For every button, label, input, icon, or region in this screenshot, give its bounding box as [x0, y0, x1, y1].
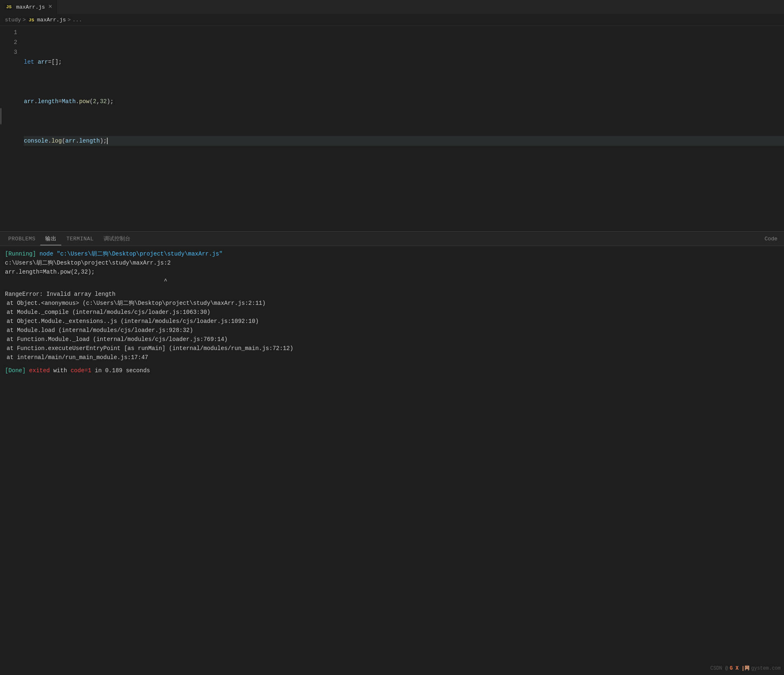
- text-cursor: [107, 138, 108, 144]
- done-seconds: seconds: [126, 367, 150, 374]
- tab-maxarr[interactable]: JS maxArr.js ×: [0, 0, 58, 14]
- math-obj: Math: [62, 97, 76, 106]
- file-path-line: c:\Users\胡二狗\Desktop\project\study\maxAr…: [5, 258, 779, 267]
- fn-pow: pow: [79, 97, 89, 106]
- scroll-hint: [0, 108, 2, 124]
- done-with: with: [53, 367, 67, 374]
- error-code-line: arr.length=Math.pow(2,32);: [5, 267, 779, 276]
- stack-line-7: at internal/main/run_main_module.js:17:4…: [7, 353, 779, 362]
- stack-line-6: at Function.executeUserEntryPoint [as ru…: [7, 344, 779, 353]
- tab-output[interactable]: 输出: [40, 233, 61, 245]
- done-code: code=1: [71, 367, 91, 374]
- caret-line: ^: [5, 276, 779, 286]
- blank-line-2: [5, 362, 779, 366]
- running-bracket: [Running]: [5, 251, 36, 257]
- tab-js-icon: JS: [5, 4, 13, 10]
- code-content[interactable]: let arr=[]; arr.length=Math.pow(2,32); c…: [21, 26, 784, 231]
- var-arr3: arr: [65, 136, 76, 146]
- done-time: 0.189: [105, 367, 123, 374]
- line-num-2: 2: [3, 37, 17, 47]
- line-num-3: 3: [3, 47, 17, 57]
- panel-right-area: Code: [761, 235, 781, 242]
- line-numbers: 1 2 3: [0, 26, 21, 231]
- code-line-1: let arr=[];: [24, 57, 784, 67]
- tab-terminal[interactable]: TERMINAL: [61, 233, 98, 244]
- breadcrumb-study[interactable]: study: [5, 17, 21, 23]
- breadcrumb-filename[interactable]: maxArr.js: [37, 17, 66, 23]
- blank-line-1: [5, 286, 779, 290]
- stack-line-3: at Object.Module._extensions..js (intern…: [7, 317, 779, 326]
- tab-debug[interactable]: 调试控制台: [99, 233, 135, 245]
- kw-let: let: [24, 57, 34, 67]
- done-line: [Done] exited with code=1 in 0.189 secon…: [5, 366, 779, 375]
- var-arr2: arr: [24, 97, 34, 106]
- stack-line-5: at Function.Module._load (internal/modul…: [7, 335, 779, 344]
- line-num-1: 1: [3, 28, 17, 37]
- tab-bar: JS maxArr.js ×: [0, 0, 784, 14]
- panel-tab-bar: PROBLEMS 输出 TERMINAL 调试控制台 Code: [0, 232, 784, 246]
- panel: PROBLEMS 输出 TERMINAL 调试控制台 Code [Running…: [0, 231, 784, 378]
- var-arr: arr: [38, 57, 48, 67]
- breadcrumb-dots: ...: [72, 17, 82, 23]
- breadcrumb-js-icon: JS: [28, 17, 35, 23]
- done-in: in: [95, 367, 102, 374]
- done-bracket: [Done]: [5, 367, 25, 374]
- editor-area: 1 2 3 let arr=[]; arr.length=Math.pow(2,…: [0, 26, 784, 231]
- range-error: RangeError: Invalid array length: [5, 290, 779, 299]
- prop-length2: length: [79, 136, 99, 146]
- running-path: node "c:\Users\胡二狗\Desktop\project\study…: [39, 251, 222, 257]
- tab-close-button[interactable]: ×: [48, 4, 52, 10]
- breadcrumb-sep2: >: [67, 17, 71, 23]
- breadcrumb: study > JS maxArr.js > ...: [0, 14, 784, 26]
- stack-line-2: at Module._compile (internal/modules/cjs…: [7, 308, 779, 317]
- output-content: [Running] node "c:\Users\胡二狗\Desktop\pro…: [0, 246, 784, 378]
- tab-filename: maxArr.js: [16, 4, 45, 10]
- code-line-2: arr.length=Math.pow(2,32);: [24, 97, 784, 106]
- breadcrumb-sep1: >: [23, 17, 26, 23]
- fn-log: log: [51, 136, 62, 146]
- console-obj: console: [24, 136, 48, 146]
- prop-length: length: [38, 97, 58, 106]
- done-exited: exited: [29, 367, 50, 374]
- panel-code-label: Code: [761, 236, 781, 242]
- stack-line-1: at Object.<anonymous> (c:\Users\胡二狗\Desk…: [7, 299, 779, 308]
- code-line-3: console.log(arr.length);: [24, 136, 784, 146]
- tab-problems[interactable]: PROBLEMS: [3, 233, 40, 244]
- running-line: [Running] node "c:\Users\胡二狗\Desktop\pro…: [5, 249, 779, 258]
- stack-line-4: at Module.load (internal/modules/cjs/loa…: [7, 326, 779, 335]
